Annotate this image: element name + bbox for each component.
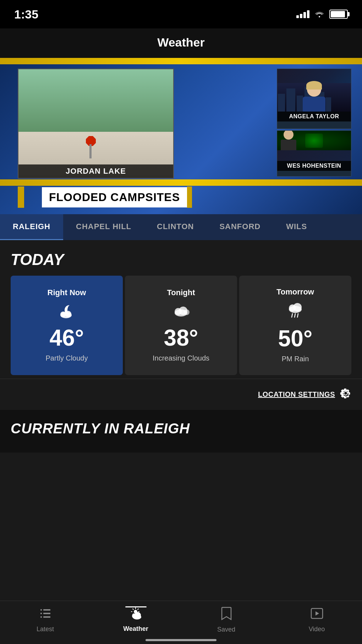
nav-item-weather[interactable]: Weather <box>90 607 181 633</box>
saved-icon <box>221 607 232 623</box>
tab-clinton[interactable]: CLINTON <box>144 214 207 240</box>
location-tabs: RALEIGH CHAPEL HILL CLINTON SANFORD WILS <box>0 214 362 240</box>
latest-icon <box>39 607 52 623</box>
nav-label-weather: Weather <box>123 625 148 633</box>
gear-icon[interactable] <box>340 388 351 401</box>
card-desc-tonight: Increasing Clouds <box>153 353 209 363</box>
svg-point-30 <box>135 612 141 618</box>
svg-line-24 <box>138 609 138 610</box>
video-location-label: JORDAN LAKE <box>18 164 173 178</box>
currently-section: CURRENTLY IN RALEIGH <box>0 410 362 453</box>
svg-point-6 <box>184 309 190 315</box>
status-icons <box>296 9 348 20</box>
svg-rect-14 <box>43 609 50 611</box>
page-title: Weather <box>157 36 205 49</box>
card-temp-tomorrow: 50° <box>278 327 313 350</box>
video-icon <box>311 607 323 623</box>
headline-bar: FLOODED CAMPSITES <box>0 186 362 208</box>
tab-chapel-hill[interactable]: CHAPEL HILL <box>63 214 144 240</box>
currently-title: CURRENTLY IN RALEIGH <box>11 421 351 437</box>
weather-nav-icon <box>129 607 143 622</box>
svg-line-27 <box>133 609 133 610</box>
reporter-panels: ANGELA TAYLOR WES HOHENSTEIN <box>277 69 351 177</box>
svg-line-12 <box>297 314 298 317</box>
nav-label-latest: Latest <box>37 626 54 633</box>
svg-rect-16 <box>43 613 50 614</box>
card-temp-tonight: 38° <box>164 326 198 349</box>
svg-point-2 <box>65 311 71 317</box>
svg-line-11 <box>295 314 295 317</box>
weather-icon-tonight <box>170 302 192 322</box>
location-settings-text[interactable]: LOCATION SETTINGS <box>258 390 335 399</box>
signal-icon <box>296 10 309 18</box>
weather-icon-tomorrow <box>285 301 306 323</box>
reporter-2-name: WES HOHENSTEIN <box>277 161 351 171</box>
headline-text: FLOODED CAMPSITES <box>49 191 180 204</box>
weather-card-right-now[interactable]: Right Now 46° Partly Cloudy <box>11 276 123 375</box>
reporter-panel-1: ANGELA TAYLOR <box>277 69 351 129</box>
tab-raleigh[interactable]: RALEIGH <box>0 214 63 240</box>
weather-card-tomorrow[interactable]: Tomorrow 50° PM Rain <box>239 276 351 375</box>
card-period-now: Right Now <box>48 288 86 297</box>
card-desc-now: Partly Cloudy <box>46 353 88 363</box>
nav-item-saved[interactable]: Saved <box>181 607 272 633</box>
reporter-1-name: ANGELA TAYLOR <box>277 112 351 121</box>
weather-icon-now <box>56 302 77 322</box>
tab-wils[interactable]: WILS <box>273 214 320 240</box>
svg-rect-17 <box>40 616 42 618</box>
today-label: TODAY <box>11 251 351 269</box>
card-period-tomorrow: Tomorrow <box>276 287 314 297</box>
svg-rect-18 <box>43 616 50 618</box>
svg-line-10 <box>292 314 292 317</box>
nav-label-saved: Saved <box>217 626 235 633</box>
main-video-thumbnail[interactable]: JORDAN LAKE <box>18 69 174 179</box>
nav-label-video: Video <box>309 626 325 633</box>
svg-point-9 <box>293 303 302 312</box>
tab-sanford[interactable]: SANFORD <box>207 214 273 240</box>
card-temp-now: 46° <box>50 326 84 349</box>
weather-cards: Right Now 46° Partly Cloudy Tonight <box>11 276 351 375</box>
location-settings-bar[interactable]: LOCATION SETTINGS <box>0 379 362 410</box>
bottom-nav: Latest <box>0 601 362 644</box>
nav-item-latest[interactable]: Latest <box>0 607 90 633</box>
card-desc-tomorrow: PM Rain <box>282 354 309 363</box>
status-bar: 1:35 <box>0 0 362 28</box>
svg-rect-15 <box>40 613 42 614</box>
news-banner[interactable]: JORDAN LAKE <box>0 58 362 214</box>
reporter-panel-2: WES HOHENSTEIN <box>277 130 351 177</box>
nav-item-video[interactable]: Video <box>272 607 362 633</box>
today-section: TODAY Right Now 46° Partly Cloudy <box>0 240 362 379</box>
wifi-icon <box>314 9 324 20</box>
card-period-tonight: Tonight <box>167 288 195 297</box>
status-time: 1:35 <box>14 7 38 21</box>
weather-card-tonight[interactable]: Tonight 38° Increasing Clouds <box>125 276 237 375</box>
battery-icon <box>329 10 348 19</box>
app-header: Weather <box>0 28 362 58</box>
svg-rect-13 <box>40 609 42 611</box>
phone-frame: 1:35 Weather <box>0 0 362 644</box>
home-indicator <box>146 639 216 641</box>
svg-marker-32 <box>316 611 319 616</box>
